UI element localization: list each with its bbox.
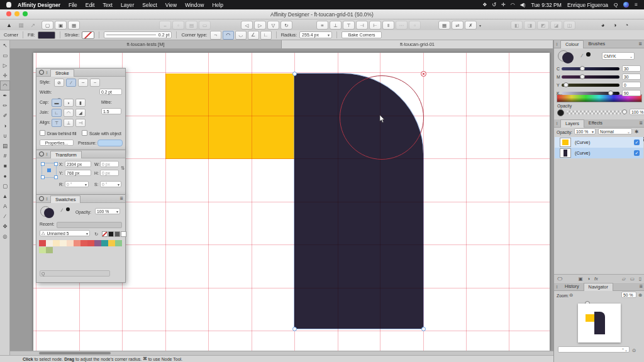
insert-target-button-0[interactable]: ▢ — [42, 21, 53, 30]
rectangle-tool[interactable]: ■ — [0, 161, 10, 171]
node-tool[interactable]: ▷ — [0, 60, 10, 70]
w-field[interactable]: 0 px — [100, 161, 119, 167]
selected-corner-node[interactable] — [421, 71, 426, 77]
swatch-6[interactable] — [80, 240, 87, 246]
corner-type-button-3[interactable]: ∠ — [248, 31, 259, 40]
channel-thumb-Y[interactable] — [564, 82, 569, 87]
insert-target-button-2[interactable]: ▦ — [68, 21, 80, 30]
chevron-down-icon[interactable]: ▾ — [479, 23, 481, 28]
flip-rotate-button-0[interactable]: ◁ — [241, 21, 253, 30]
time-machine-icon[interactable]: ↺ — [492, 2, 496, 8]
sync-icon[interactable]: ❖ — [482, 2, 487, 8]
flip-rotate-button-1[interactable]: ▷ — [254, 21, 266, 30]
current-colour-well[interactable] — [44, 208, 54, 218]
channel-thumb-K[interactable] — [608, 90, 613, 96]
swatch-4[interactable] — [67, 240, 74, 246]
align-button-0[interactable]: ≡ — [316, 21, 328, 30]
channel-slider-C[interactable] — [562, 67, 619, 70]
panel-menu-icon[interactable]: ≣ — [638, 41, 642, 47]
zoom-out-icon[interactable]: ⊖ — [569, 292, 573, 298]
layer-visibility-checkbox-1[interactable]: ✓ — [634, 150, 640, 156]
align-button-7[interactable]: ▫ — [409, 21, 421, 30]
pressure-graph[interactable] — [97, 140, 123, 146]
quick-swatch-1[interactable] — [108, 231, 114, 237]
flip-rotate-button-2[interactable]: ▽ — [267, 21, 279, 30]
align-button-1[interactable]: ⊥ — [330, 21, 341, 30]
place-image-tool[interactable]: ▤ — [0, 141, 10, 151]
align-button-3[interactable]: ⊣ — [356, 21, 368, 30]
zoom-tool[interactable]: ◎ — [0, 231, 10, 241]
delete-layer-icon[interactable]: ▯ — [639, 276, 641, 282]
tab-history[interactable]: History — [560, 283, 584, 290]
apple-menu-icon[interactable] — [6, 2, 11, 8]
pen-tool[interactable]: ✒ — [0, 90, 10, 101]
colour-opacity-slider[interactable] — [567, 111, 627, 114]
shear-select[interactable]: 0 °▾ — [100, 181, 121, 187]
text-tool[interactable]: A — [0, 201, 10, 211]
tab-ft-toucan-grid-01[interactable]: ft-toucan-grid-01 — [282, 40, 553, 48]
transform-button-2[interactable]: ▤ — [186, 21, 197, 30]
y-field[interactable]: 768 px — [65, 170, 91, 176]
swatch-2[interactable] — [53, 240, 60, 246]
align-button-2[interactable]: ⊤ — [343, 21, 355, 30]
anchor-selector[interactable] — [42, 163, 57, 178]
cap-button-0[interactable]: ▬ — [52, 99, 62, 107]
vector-brush-tool[interactable]: ✐ — [0, 111, 10, 121]
zoom-value-field[interactable]: 50 % — [621, 292, 636, 298]
palette-select[interactable]: △ Unnamed 5 ▾ — [40, 230, 90, 236]
link-icon[interactable]: ◯ — [557, 277, 562, 280]
colour-mode-select[interactable]: CMYK⌄ — [602, 52, 635, 60]
menubar-user[interactable]: Enrique Figueroa — [567, 2, 608, 8]
persona-button-1[interactable]: ▦ — [16, 21, 26, 29]
snapping-button-0[interactable]: ▦ — [438, 21, 450, 30]
fill-swatch[interactable] — [38, 31, 55, 39]
tab-brushes[interactable]: Brushes — [584, 40, 609, 48]
artboard-tool[interactable]: ▭ — [0, 50, 10, 60]
join-button-1[interactable]: ◠ — [64, 109, 74, 117]
boolean-button-1[interactable]: ◨ — [524, 21, 536, 30]
align-button-6[interactable]: ⋯ — [396, 21, 408, 30]
corner-tool[interactable]: ◠ — [0, 80, 10, 90]
colour-opacity-field[interactable]: 100 %▾ — [630, 109, 644, 115]
geometry-button-1[interactable]: ◑ — [609, 21, 620, 29]
view-tool[interactable]: ✥ — [0, 221, 10, 231]
channel-slider-K[interactable] — [562, 92, 619, 95]
cap-button-2[interactable]: ▮ — [75, 99, 86, 107]
channel-thumb-C[interactable] — [580, 66, 585, 71]
stroke-align-button-0[interactable]: ⊤ — [52, 119, 62, 127]
swatches-panel-header[interactable]: ‖ Swatches ≣ — [36, 195, 125, 203]
bake-corners-button[interactable]: Bake Corners — [341, 31, 382, 38]
tab-ft-toucan-tests[interactable]: ft-toucan-tests [M] — [10, 40, 282, 48]
align-button-4[interactable]: ⊢ — [369, 21, 381, 30]
mask-icon[interactable]: ▣ — [578, 276, 582, 282]
properties-button[interactable]: Properties... — [40, 140, 74, 146]
tab-navigator[interactable]: Navigator — [584, 283, 613, 291]
eyedropper-icon[interactable]: ∕ — [582, 53, 582, 58]
channel-slider-M[interactable] — [562, 75, 619, 79]
swatches-panel-tab[interactable]: Swatches — [50, 195, 81, 203]
stroke-align-button-1[interactable]: ⊥ — [64, 119, 74, 127]
stroke-align-button-2[interactable]: ⊣ — [75, 119, 86, 127]
vector-crop-tool[interactable]: # — [0, 151, 10, 161]
swatch-8[interactable] — [94, 240, 101, 246]
cap-button-1[interactable]: ◗ — [64, 99, 74, 107]
transparency-tool[interactable]: ∪ — [0, 131, 10, 141]
duplicate-layer-icon[interactable]: ▱ — [622, 276, 626, 282]
swatch-7[interactable] — [87, 240, 94, 246]
colour-picker-tool[interactable]: ∕ — [0, 211, 10, 221]
channel-thumb-M[interactable] — [580, 74, 585, 79]
channel-value-M[interactable]: 30 — [622, 74, 641, 80]
shape-tool[interactable]: ▲ — [0, 191, 10, 201]
swatch-0[interactable] — [39, 240, 46, 246]
swatch-r2-0[interactable] — [39, 247, 46, 253]
swatch-10[interactable] — [108, 240, 115, 246]
join-button-0[interactable]: ∟ — [52, 109, 62, 117]
geometry-button-2[interactable]: ◔ — [621, 21, 632, 29]
transform-button-1[interactable]: ▫ — [172, 21, 184, 30]
menu-select[interactable]: Select — [142, 2, 157, 8]
scale-with-object-checkbox[interactable]: Scale with object — [82, 130, 121, 136]
keyboard-icon[interactable]: ✛ — [501, 2, 506, 8]
quick-swatch-2[interactable] — [114, 231, 120, 237]
quick-swatch-0[interactable] — [102, 231, 108, 237]
add-view-icon[interactable]: ⊙ — [632, 348, 636, 353]
